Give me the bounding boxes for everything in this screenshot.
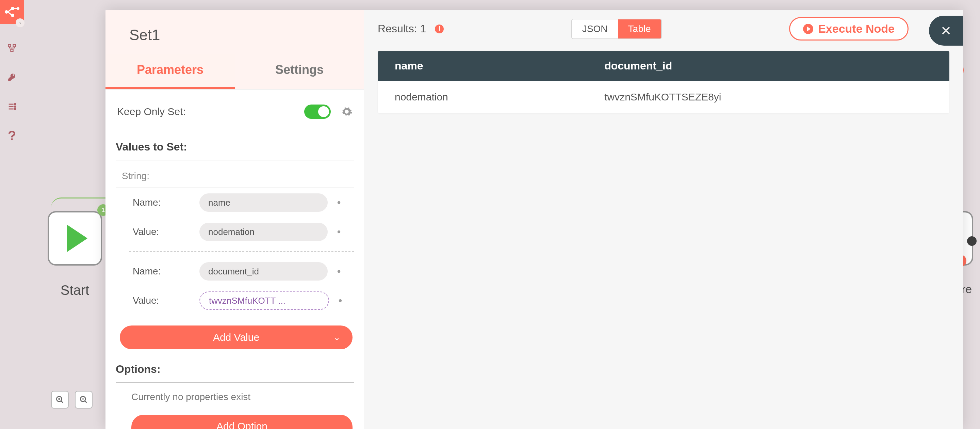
string-value-input-1[interactable] [199,292,329,310]
string-value-input-0[interactable] [199,223,328,241]
view-toggle: JSON Table [571,19,662,39]
add-value-button[interactable]: Add Value ⌄ [120,325,353,349]
view-table-button[interactable]: Table [618,19,661,38]
field-label: Name: [133,266,194,277]
values-to-set-heading: Values to Set: [116,128,354,160]
view-json-button[interactable]: JSON [572,19,618,38]
execute-node-label: Execute Node [818,22,894,35]
zoom-in-button[interactable] [51,391,69,408]
svg-point-12 [337,201,340,204]
string-value-row: Value: [116,286,354,315]
svg-point-14 [337,270,340,273]
info-icon[interactable]: i [435,24,444,33]
results-bar: Results: 1 i JSON Table Execute Node [364,10,963,47]
tab-settings[interactable]: Settings [235,54,364,89]
close-button[interactable] [929,16,963,46]
chevron-down-icon: ⌄ [334,333,340,342]
col-document-id: document_id [587,51,950,81]
divider [129,251,354,252]
gear-icon[interactable] [341,106,353,118]
string-name-input-1[interactable] [199,262,328,281]
string-name-row: Name: [116,188,354,217]
keep-only-set-toggle[interactable] [304,105,331,119]
add-value-label: Add Value [213,332,259,343]
results-count: Results: 1 [378,22,426,35]
tabs: Parameters Settings [105,54,364,89]
table-header-row: name document_id [378,51,950,81]
node-editor-modal: Set1 Parameters Settings Keep Only Set: … [105,10,963,429]
field-label: Value: [133,226,194,237]
zoom-controls [51,391,92,408]
options-heading: Options: [116,351,354,383]
results-panel: Results: 1 i JSON Table Execute Node nam… [364,10,963,429]
execute-node-button[interactable]: Execute Node [789,17,908,40]
add-option-button[interactable]: Add Option [131,415,353,429]
output-port[interactable] [967,236,977,246]
cell-document-id: twvznSMfuKOTTSEZE8yi [587,81,950,113]
col-name: name [378,51,587,81]
string-value-row: Value: [116,217,354,247]
start-node[interactable]: 1 [48,211,102,266]
gear-icon[interactable] [333,266,345,277]
keep-only-set-row: Keep Only Set: [116,105,354,128]
svg-point-15 [339,299,342,302]
start-node-label: Start [48,282,102,298]
gear-icon[interactable] [333,197,345,208]
string-subheading: String: [116,160,354,188]
parameters-scroll[interactable]: Keep Only Set: Values to Set: String: Na… [105,89,364,429]
svg-point-13 [337,231,340,234]
gear-icon[interactable] [333,226,345,238]
table-row[interactable]: nodemation twvznSMfuKOTTSEZE8yi [378,81,950,113]
gear-icon[interactable] [334,295,346,306]
field-label: Value: [133,295,194,306]
add-option-label: Add Option [216,421,267,429]
string-name-input-0[interactable] [199,193,328,212]
string-name-row: Name: [116,257,354,286]
keep-only-set-label: Keep Only Set: [117,106,186,118]
field-label: Name: [133,197,194,208]
results-table: name document_id nodemation twvznSMfuKOT… [378,51,950,113]
node-title: Set1 [105,10,364,54]
tab-parameters[interactable]: Parameters [105,54,235,89]
zoom-out-button[interactable] [75,391,92,408]
results-table-wrap: name document_id nodemation twvznSMfuKOT… [378,51,950,113]
cell-name: nodemation [378,81,587,113]
parameters-panel: Set1 Parameters Settings Keep Only Set: … [105,10,364,429]
play-icon [67,225,88,252]
play-circle-icon [803,24,813,34]
no-properties-note: Currently no properties exist [116,383,354,411]
